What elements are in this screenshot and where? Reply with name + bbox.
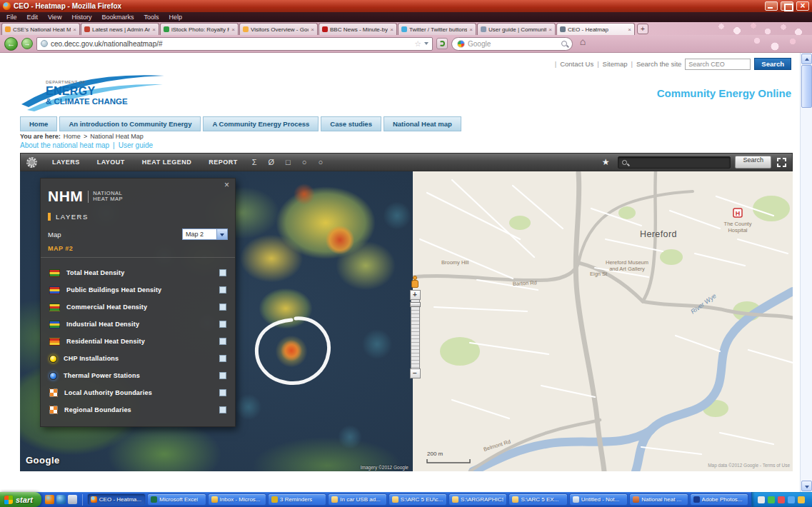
task-photoshop[interactable]: Adobe Photos... <box>690 493 748 506</box>
layer-row-regional[interactable]: Regional Boundaries <box>49 401 226 418</box>
tab-4[interactable]: Visitors Overview - Google Anal...× <box>239 23 318 35</box>
task-folder-usb[interactable]: In car USB ad... <box>328 493 386 506</box>
layer-row-local-authority[interactable]: Local Authority Boundaries <box>49 384 226 401</box>
layer-row-residential[interactable]: Residential Heat Density <box>49 333 226 350</box>
layout-button[interactable]: LAYOUT <box>89 154 133 171</box>
maximize-button[interactable] <box>781 1 793 11</box>
layer-row-total-heat[interactable]: Total Heat Density <box>49 264 226 281</box>
layer-checkbox[interactable] <box>219 321 226 328</box>
tab-6[interactable]: Twitter / Twitter buttons× <box>398 23 476 35</box>
map-search-input[interactable] <box>618 156 731 169</box>
nav-case-studies[interactable]: Case studies <box>321 116 381 131</box>
tray-icon[interactable] <box>788 496 795 503</box>
new-tab-button[interactable] <box>637 24 648 34</box>
menu-edit[interactable]: Edit <box>22 14 44 21</box>
contact-us-link[interactable]: Contact Us <box>560 60 593 68</box>
tab-close-icon[interactable]: × <box>548 26 552 33</box>
task-inbox[interactable]: Inbox - Micros... <box>208 493 266 506</box>
reload-button[interactable] <box>436 38 448 49</box>
about-heat-map-link[interactable]: About the national heat map <box>20 141 109 149</box>
tab-close-icon[interactable]: × <box>469 26 473 33</box>
report-button[interactable]: REPORT <box>201 154 246 171</box>
layer-checkbox[interactable] <box>219 406 226 413</box>
task-ceo-heatmap[interactable]: CEO - Heatma... <box>87 493 146 506</box>
layer-checkbox[interactable] <box>219 355 226 362</box>
task-folder-arc-eu[interactable]: S:\ARC 5 EU\c... <box>389 493 447 506</box>
task-national-heat[interactable]: National heat ... <box>629 493 688 506</box>
layer-checkbox[interactable] <box>219 389 226 396</box>
menu-help[interactable]: Help <box>164 14 187 21</box>
favorites-star-icon[interactable]: ★ <box>595 157 617 167</box>
breadcrumb-home-link[interactable]: Home <box>64 133 81 140</box>
zoom-slider-track[interactable] <box>411 300 420 368</box>
tab-8-active[interactable]: CEO - Heatmap× <box>556 23 635 35</box>
site-search-input[interactable]: Search CEO <box>685 59 751 70</box>
tray-icon[interactable] <box>758 496 765 503</box>
task-notepad[interactable]: Untitled - Not... <box>569 493 628 506</box>
scroll-up-button[interactable] <box>801 54 812 64</box>
layer-row-commercial[interactable]: Commercial Heat Density <box>49 298 226 316</box>
scroll-down-button[interactable] <box>801 481 812 491</box>
heat-legend-button[interactable]: HEAT LEGEND <box>134 154 199 171</box>
layers-button[interactable]: LAYERS <box>44 154 88 171</box>
back-button[interactable] <box>4 37 18 51</box>
tray-icon[interactable] <box>768 496 775 503</box>
url-field[interactable]: ceo.decc.gov.uk/nationalheatmap/# <box>36 37 433 51</box>
tab-close-icon[interactable]: × <box>152 26 156 33</box>
tab-close-icon[interactable]: × <box>390 26 394 33</box>
layer-row-chp[interactable]: CHP Installations <box>49 350 226 367</box>
home-button[interactable] <box>576 38 589 49</box>
bookmark-star-icon[interactable] <box>414 39 421 49</box>
scrollbar-thumb[interactable] <box>801 65 812 108</box>
hospital-marker[interactable]: H <box>733 209 742 217</box>
site-search-button[interactable]: Search <box>754 58 791 70</box>
browser-scrollbar[interactable] <box>800 53 812 492</box>
layer-row-thermal[interactable]: Thermal Power Stations <box>49 367 226 384</box>
map-attribution-link[interactable]: Map data ©2012 Google - Terms of Use <box>708 463 790 468</box>
menu-bookmarks[interactable]: Bookmarks <box>96 14 139 21</box>
start-button[interactable]: start <box>0 492 41 507</box>
browser-search-field[interactable]: Google <box>451 37 573 51</box>
forward-button[interactable] <box>21 38 33 49</box>
tab-close-icon[interactable]: × <box>231 26 235 33</box>
task-excel[interactable]: Microsoft Excel <box>147 493 206 506</box>
map-search-button[interactable]: Search <box>735 156 771 169</box>
nav-process[interactable]: A Community Energy Process <box>203 116 319 131</box>
polygon-tool-icon[interactable]: ○ <box>313 158 328 166</box>
user-guide-link[interactable]: User guide <box>119 141 153 149</box>
map-select-dropdown[interactable]: Map 2 <box>182 229 228 240</box>
tab-close-icon[interactable]: × <box>73 26 76 33</box>
rectangle-tool-icon[interactable]: □ <box>281 158 296 166</box>
nav-national-heat-map[interactable]: National Heat map <box>384 116 461 131</box>
menu-tools[interactable]: Tools <box>139 14 164 21</box>
tab-close-icon[interactable]: × <box>311 26 314 33</box>
layer-checkbox[interactable] <box>219 286 226 293</box>
tab-2[interactable]: Latest news | Admin Area | Ce...× <box>81 23 159 35</box>
layer-checkbox[interactable] <box>219 303 226 311</box>
close-button[interactable] <box>796 1 809 11</box>
sitemap-link[interactable]: Sitemap <box>603 60 628 68</box>
layer-checkbox[interactable] <box>219 338 226 345</box>
panel-close-icon[interactable]: × <box>224 181 229 189</box>
dropdown-arrow-icon[interactable] <box>216 229 227 239</box>
task-folder-arc-ex[interactable]: S:\ARC 5 EX... <box>508 493 567 506</box>
sum-tool-icon[interactable]: Σ <box>247 158 262 166</box>
zoom-out-button[interactable]: − <box>410 368 421 378</box>
quick-launch-desktop-icon[interactable] <box>68 495 77 504</box>
task-reminders[interactable]: 3 Reminders <box>268 493 326 506</box>
pegman-icon[interactable] <box>410 276 420 288</box>
clear-tool-icon[interactable]: Ø <box>264 158 280 166</box>
tray-icon[interactable] <box>798 496 805 503</box>
tab-3[interactable]: iStock Photo: Royalty Free Sto...× <box>160 23 239 35</box>
street-map-pane[interactable]: H The County Hospital Hereford Hereford … <box>413 171 793 471</box>
tray-icon[interactable] <box>778 496 785 503</box>
search-magnifier-icon[interactable] <box>561 41 567 46</box>
minimize-button[interactable] <box>765 1 778 11</box>
zoom-in-button[interactable]: + <box>410 290 421 300</box>
quick-launch-ie-icon[interactable] <box>56 495 66 504</box>
tab-close-icon[interactable]: × <box>628 26 631 33</box>
decc-logo[interactable]: DEPARTMENT OF ENERGY & CLIMATECHANGE <box>21 67 171 113</box>
fullscreen-icon[interactable] <box>777 158 786 167</box>
menu-view[interactable]: View <box>43 14 66 21</box>
circle-tool-icon[interactable]: ○ <box>297 158 312 166</box>
